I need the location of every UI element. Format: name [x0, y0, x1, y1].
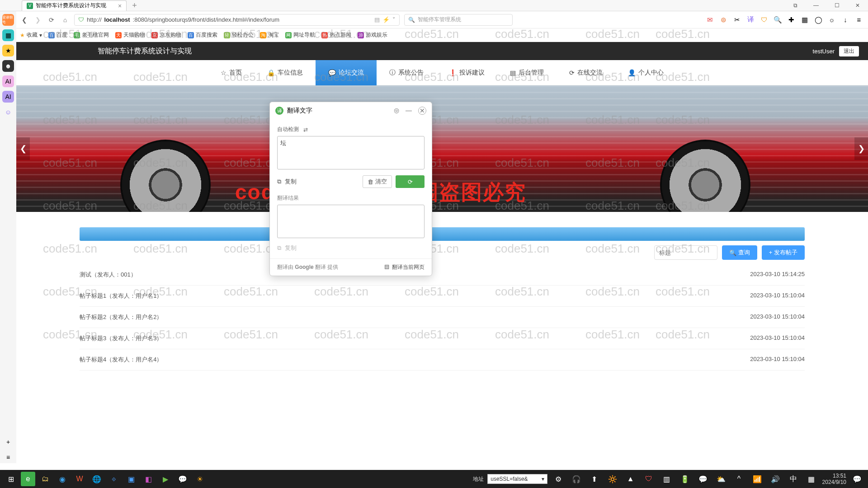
language-selector[interactable]: 自动检测 ⇄ — [277, 123, 425, 136]
sidebar-app-6[interactable]: ☺ — [2, 106, 14, 118]
post-row[interactable]: 测试（发布人：001）2023-03-10 15:14:25 — [80, 264, 805, 286]
forward-button[interactable]: ❯ — [33, 15, 42, 24]
notifications-icon[interactable]: 💬 — [850, 472, 864, 486]
tray-icon[interactable]: 🎧 — [569, 472, 584, 486]
wechat-icon[interactable]: 💬 — [175, 472, 190, 486]
apps-icon[interactable]: ▦ — [799, 14, 810, 25]
taskbar-app[interactable]: e — [21, 472, 35, 486]
explorer-icon[interactable]: 🗂 — [38, 472, 52, 486]
tray-icon[interactable]: ⛅ — [714, 472, 728, 486]
sidebar-app-3[interactable]: ☻ — [2, 60, 14, 72]
new-post-button[interactable]: + 发布帖子 — [762, 245, 805, 260]
bookmark-item[interactable]: 百百度 — [48, 31, 67, 39]
wifi-icon[interactable]: 📶 — [750, 472, 764, 486]
back-button[interactable]: ❮ — [20, 15, 29, 24]
tray-icon[interactable]: 💬 — [696, 472, 710, 486]
chevron-down-icon[interactable]: ˅ — [392, 16, 396, 23]
translate-page-button[interactable]: ▤ 翻译当前网页 — [384, 263, 425, 271]
browser-tab[interactable]: V 智能停车计费系统设计与实现 × — [22, 0, 127, 11]
circle-icon[interactable]: ◯ — [813, 14, 824, 25]
translate-input[interactable] — [277, 136, 425, 169]
tray-icon[interactable]: 🔆 — [605, 472, 620, 486]
copy-icon[interactable]: ⧉ — [277, 178, 281, 185]
tray-icon[interactable]: ⬆ — [587, 472, 602, 486]
query-button[interactable]: 🔍查询 — [722, 245, 757, 260]
download-icon[interactable]: ↓ — [840, 14, 851, 25]
bookmark-item[interactable]: 天天猫购物 — [115, 31, 145, 39]
search-ext-icon[interactable]: 🔍 — [772, 14, 783, 25]
popup-minimize[interactable]: — — [406, 107, 412, 115]
bookmarks-label[interactable]: ★收藏 ▾ — [20, 31, 42, 39]
sidebar-add[interactable]: + — [2, 436, 14, 448]
start-button[interactable]: ⊞ — [4, 472, 18, 486]
puzzle-icon[interactable]: ✚ — [786, 14, 797, 25]
edge-icon[interactable]: ◉ — [55, 472, 70, 486]
post-row[interactable]: 帖子标题3（发布人：用户名3）2023-03-10 15:10:04 — [80, 328, 805, 349]
tray-icon[interactable]: 🔋 — [678, 472, 692, 486]
nav-notice[interactable]: ⓘ 系统公告 — [377, 60, 436, 85]
scissors-icon[interactable]: ✂ — [731, 14, 742, 25]
sidebar-badge[interactable]: 登录联号 — [2, 14, 14, 26]
bookmark-item[interactable]: 百百度搜索 — [188, 31, 217, 39]
vscode-icon[interactable]: ⟐ — [107, 472, 121, 486]
menu-icon[interactable]: ≡ — [854, 14, 864, 25]
nav-complaint[interactable]: ❗ 投诉建议 — [436, 60, 497, 85]
translate-output[interactable] — [277, 205, 425, 238]
nav-parking[interactable]: 🔒 车位信息 — [255, 60, 316, 85]
maximize-button[interactable]: ☐ — [826, 0, 847, 11]
carousel-next[interactable]: ❯ — [854, 137, 868, 160]
tray-icon[interactable]: 🛡 — [642, 472, 656, 486]
carousel-prev[interactable]: ❮ — [16, 137, 30, 160]
mail-icon[interactable]: ✉ — [704, 14, 715, 25]
url-field[interactable]: 🛡 http://localhost:8080/springbooturqs9/… — [74, 14, 400, 26]
app-icon[interactable]: ◧ — [141, 472, 156, 486]
chrome-icon[interactable]: 🌐 — [90, 472, 104, 486]
tray-icon[interactable]: ▥ — [660, 472, 674, 486]
minimize-button[interactable]: — — [806, 0, 826, 11]
shield-ext-icon[interactable]: 🛡 — [759, 14, 769, 25]
nav-admin[interactable]: ▤ 后台管理 — [497, 60, 557, 85]
copy-input-button[interactable]: 复制 — [285, 178, 297, 186]
volume-icon[interactable]: 🔊 — [768, 472, 783, 486]
clear-button[interactable]: 🗑 清空 — [363, 175, 392, 188]
bookmark-item[interactable]: 游游戏娱乐 — [358, 31, 387, 39]
qr-icon[interactable]: ▤ — [374, 16, 380, 23]
close-button[interactable]: ✕ — [847, 0, 868, 11]
sidebar-app-2[interactable]: ★ — [2, 45, 14, 56]
bookmark-item[interactable]: 轻轻松办公 — [224, 31, 254, 39]
pip-button[interactable]: ⧉ — [785, 0, 806, 11]
sidebar-app-4[interactable]: AI — [2, 75, 14, 87]
nav-profile[interactable]: 👤 个人中心 — [615, 60, 676, 85]
address-dropdown[interactable]: useSSL=false&▾ — [487, 474, 547, 484]
bookmark-item[interactable]: 热热点新闻 — [321, 31, 351, 39]
nav-chat[interactable]: ⟳ 在线交流 — [557, 60, 615, 85]
bookmark-item[interactable]: 京京东购物 — [151, 31, 181, 39]
sidebar-menu[interactable]: ≡ — [2, 451, 14, 463]
reload-button[interactable]: ⟳ — [47, 15, 56, 24]
tray-icon[interactable]: ▲ — [623, 472, 638, 486]
translate-ext-icon[interactable]: 译 — [745, 14, 756, 25]
translate-go-button[interactable]: ⟳ — [396, 175, 425, 188]
ime-icon[interactable]: 中 — [786, 472, 801, 486]
tray-icon[interactable]: ▦ — [804, 472, 819, 486]
bookmark-item[interactable]: 网网址导航 — [285, 31, 315, 39]
flash-icon[interactable]: ⚡ — [382, 16, 390, 23]
tray-icon[interactable]: ⚙ — [551, 472, 566, 486]
bookmark-item[interactable]: 淘淘宝 — [260, 31, 279, 39]
popup-close[interactable]: ✕ — [418, 107, 426, 115]
weibo-icon[interactable]: ⊚ — [718, 14, 729, 25]
swap-icon[interactable]: ⇄ — [303, 127, 308, 133]
title-search-input[interactable] — [654, 245, 717, 260]
nav-home[interactable]: ☆ 首页 — [208, 60, 255, 85]
gear-icon[interactable]: ☼ — [826, 14, 837, 25]
app-icon[interactable]: W — [72, 472, 87, 486]
post-row[interactable]: 帖子标题1（发布人：用户名1）2023-03-10 15:10:04 — [80, 286, 805, 307]
app-icon[interactable]: ▶ — [158, 472, 173, 486]
nav-forum[interactable]: 💬 论坛交流 — [316, 60, 377, 85]
logout-button[interactable]: 退出 — [839, 46, 859, 56]
home-button[interactable]: ⌂ — [61, 15, 70, 24]
new-tab-button[interactable]: + — [132, 1, 137, 10]
tab-close-icon[interactable]: × — [118, 2, 122, 9]
bookmark-item[interactable]: 毛老毛桃官网 — [74, 31, 109, 39]
post-row[interactable]: 帖子标题2（发布人：用户名2）2023-03-10 15:10:04 — [80, 307, 805, 328]
